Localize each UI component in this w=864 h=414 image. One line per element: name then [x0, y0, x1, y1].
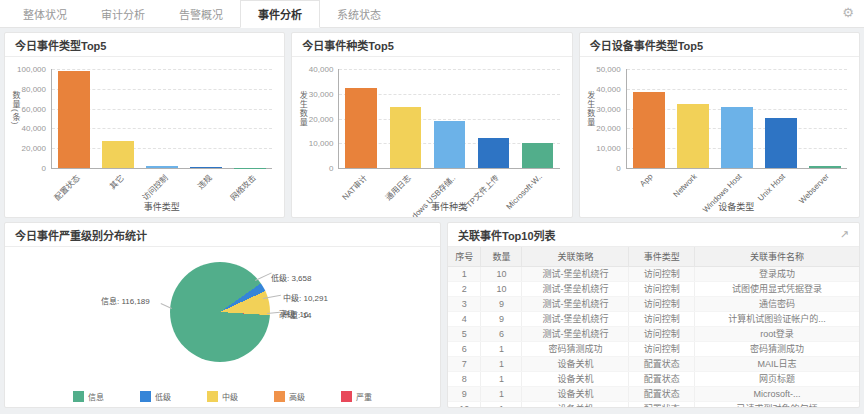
table-header-cell: 关联策略 [522, 247, 629, 267]
tab-2[interactable]: 告警概况 [162, 0, 240, 27]
y-tick-label: 0 [329, 164, 333, 173]
panel-title: 关联事件Top10列表 ↗ [448, 223, 859, 247]
y-tick-label: 60,000 [22, 104, 46, 113]
x-tick-label: 访问控制 [140, 172, 170, 202]
tab-4[interactable]: 系统状态 [320, 0, 398, 27]
legend-item[interactable]: 信息 [73, 391, 104, 402]
pie-area: 信息: 116,189低级: 3,658中级: 10,291高级: 16严重: … [5, 247, 440, 383]
table-cell: 网页标题 [695, 372, 859, 387]
table-header-cell: 事件类型 [629, 247, 695, 267]
bar [522, 143, 554, 168]
gridline [627, 89, 847, 90]
table-cell: 9 [481, 312, 522, 327]
legend-item[interactable]: 严重 [341, 391, 372, 402]
table-row: 39测试-堡垒机绕行访问控制通信密码 [448, 297, 859, 312]
tab-1[interactable]: 审计分析 [84, 0, 162, 27]
legend-item[interactable]: 高级 [274, 391, 305, 402]
table-cell: 1 [481, 387, 522, 402]
table-cell: 配置状态 [629, 372, 695, 387]
legend: 信息低级中级高级严重 [5, 391, 440, 402]
pie-connector [255, 272, 272, 281]
table-cell: 配置状态 [629, 357, 695, 372]
table-cell: 6 [481, 327, 522, 342]
y-tick-label: 20,000 [309, 114, 333, 123]
table-cell: 登录成功 [695, 267, 859, 282]
y-tick-label: 40,000 [596, 84, 620, 93]
x-axis-title: 事件种类 [338, 200, 559, 213]
table-cell: 配置状态 [629, 402, 695, 409]
y-tick-label: 30,000 [309, 89, 333, 98]
share-icon[interactable]: ↗ [840, 228, 849, 241]
y-tick-label: 10,000 [596, 144, 620, 153]
table-row: 101设备关机配置状态已请求到对象的句柄 [448, 402, 859, 409]
table-cell: 1 [481, 372, 522, 387]
bar [190, 167, 222, 168]
table-head: 序号数量关联策略事件类型关联事件名称 [448, 247, 859, 267]
panel-title: 今日事件种类Top5 [292, 33, 571, 57]
bar [146, 166, 178, 168]
table-cell: 通信密码 [695, 297, 859, 312]
bar [809, 166, 841, 168]
table-header-cell: 序号 [448, 247, 481, 267]
top-charts-row: 今日事件类型Top5 020,00040,00060,00080,000100,… [4, 32, 860, 218]
y-tick-label: 40,000 [309, 65, 333, 74]
table-cell: 测试-堡垒机绕行 [522, 267, 629, 282]
table-cell: 配置状态 [629, 387, 695, 402]
table-cell: 2 [448, 282, 481, 297]
x-tick-label: App [639, 172, 655, 188]
tab-bar: 整体状况审计分析告警概况事件分析系统状态 ⚙ [0, 0, 864, 28]
table-cell: MAIL日志 [695, 357, 859, 372]
x-tick-label: 其它 [107, 172, 126, 191]
legend-label: 严重 [356, 391, 372, 402]
table-row: 81设备关机配置状态网页标题 [448, 372, 859, 387]
pie-label: 低级: 3,658 [271, 272, 311, 283]
bar [478, 138, 510, 168]
panel-device-event-type-top5: 今日设备事件类型Top5 010,00020,00030,00040,00050… [579, 32, 860, 218]
gridline [339, 69, 559, 70]
events-table: 序号数量关联策略事件类型关联事件名称 110测试-堡垒机绕行访问控制登录成功21… [448, 247, 859, 408]
table-row: 110测试-堡垒机绕行访问控制登录成功 [448, 267, 859, 282]
y-axis-title: 发生数量 [585, 91, 596, 127]
y-tick-label: 0 [616, 164, 620, 173]
pie-chart-severity: 信息: 116,189低级: 3,658中级: 10,291高级: 16严重: … [5, 247, 440, 407]
table-cell: 测试-堡垒机绕行 [522, 312, 629, 327]
table-cell: 4 [448, 312, 481, 327]
table-cell: 1 [481, 357, 522, 372]
table-body: 110测试-堡垒机绕行访问控制登录成功210测试-堡垒机绕行访问控制试图使用显式… [448, 267, 859, 409]
y-axis-title: 发生数量 [297, 91, 308, 127]
legend-label: 信息 [88, 391, 104, 402]
tab-3[interactable]: 事件分析 [240, 0, 320, 28]
legend-swatch [274, 391, 285, 402]
legend-swatch [73, 391, 84, 402]
gear-icon[interactable]: ⚙ [842, 6, 854, 19]
table-header-row: 序号数量关联策略事件类型关联事件名称 [448, 247, 859, 267]
panel-title: 今日事件严重级别分布统计 [5, 223, 440, 247]
plot-area: 010,00020,00030,00040,000NAT审计通用日志Window… [338, 69, 559, 169]
x-tick-label: Unix Host [756, 172, 787, 203]
y-tick-label: 0 [42, 164, 46, 173]
table-cell: root登录 [695, 327, 859, 342]
chart-title: 今日事件类型Top5 [15, 37, 106, 53]
table-row: 61密码猜测成功访问控制密码猜测成功 [448, 342, 859, 357]
table-cell: 9 [481, 297, 522, 312]
legend-swatch [207, 391, 218, 402]
table-cell: 密码猜测成功 [522, 342, 629, 357]
table-cell: 设备关机 [522, 402, 629, 409]
x-tick-label: 网络攻击 [228, 172, 258, 202]
table-cell: 9 [448, 387, 481, 402]
y-tick-label: 20,000 [22, 144, 46, 153]
legend-item[interactable]: 低级 [140, 391, 171, 402]
y-tick-label: 50,000 [596, 65, 620, 74]
plot-area: 020,00040,00060,00080,000100,000配置状态其它访问… [51, 69, 272, 169]
bar-chart-event-kind: 010,00020,00030,00040,000NAT审计通用日志Window… [292, 57, 571, 217]
table-cell: 10 [448, 402, 481, 409]
legend-item[interactable]: 中级 [207, 391, 238, 402]
table-cell: 计算机试图验证帐户的... [695, 312, 859, 327]
tab-0[interactable]: 整体状况 [6, 0, 84, 27]
table-cell: 8 [448, 372, 481, 387]
bar [721, 107, 753, 168]
y-tick-label: 20,000 [596, 124, 620, 133]
gridline [627, 69, 847, 70]
y-axis-title: 数量(条) [10, 91, 21, 125]
table-cell: 试图使用显式凭据登录 [695, 282, 859, 297]
